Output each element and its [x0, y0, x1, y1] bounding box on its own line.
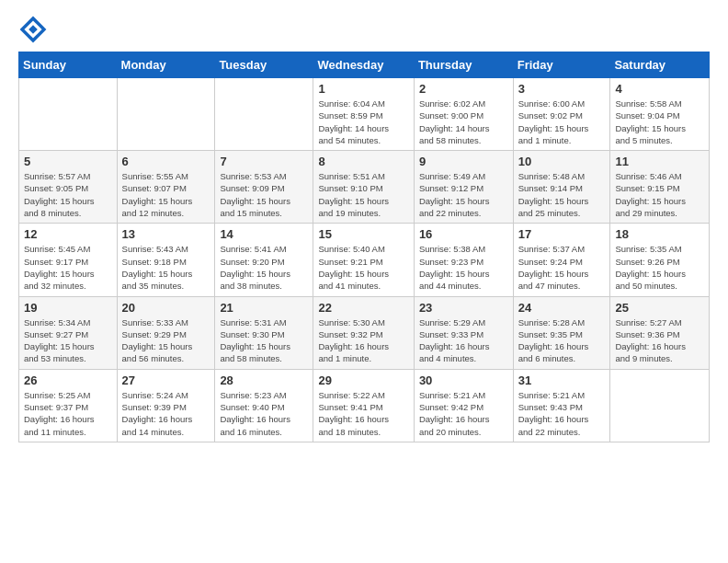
weekday-header-row: SundayMondayTuesdayWednesdayThursdayFrid… [19, 52, 710, 78]
day-info: Sunrise: 5:33 AM Sunset: 9:29 PM Dayligh… [122, 316, 210, 365]
day-cell: 29Sunrise: 5:22 AM Sunset: 9:41 PM Dayli… [313, 369, 414, 442]
week-row-1: 1Sunrise: 6:04 AM Sunset: 8:59 PM Daylig… [19, 78, 710, 151]
day-number: 8 [318, 155, 408, 168]
day-cell: 21Sunrise: 5:31 AM Sunset: 9:30 PM Dayli… [215, 296, 313, 369]
day-cell: 8Sunrise: 5:51 AM Sunset: 9:10 PM Daylig… [313, 151, 414, 224]
day-cell: 14Sunrise: 5:41 AM Sunset: 9:20 PM Dayli… [215, 224, 313, 296]
day-cell: 16Sunrise: 5:38 AM Sunset: 9:23 PM Dayli… [414, 224, 513, 296]
day-cell: 4Sunrise: 5:58 AM Sunset: 9:04 PM Daylig… [610, 78, 710, 151]
day-cell: 7Sunrise: 5:53 AM Sunset: 9:09 PM Daylig… [215, 151, 313, 224]
header [18, 15, 710, 44]
day-cell: 6Sunrise: 5:55 AM Sunset: 9:07 PM Daylig… [117, 151, 215, 224]
day-info: Sunrise: 5:21 AM Sunset: 9:43 PM Dayligh… [518, 389, 606, 438]
day-cell: 12Sunrise: 5:45 AM Sunset: 9:17 PM Dayli… [19, 224, 118, 296]
day-cell: 2Sunrise: 6:02 AM Sunset: 9:00 PM Daylig… [414, 78, 513, 151]
day-info: Sunrise: 6:04 AM Sunset: 8:59 PM Dayligh… [318, 98, 408, 146]
day-cell: 13Sunrise: 5:43 AM Sunset: 9:18 PM Dayli… [117, 224, 215, 296]
logo [18, 15, 51, 44]
day-number: 18 [615, 227, 704, 241]
day-info: Sunrise: 5:37 AM Sunset: 9:24 PM Dayligh… [518, 243, 606, 292]
day-number: 13 [122, 227, 210, 241]
day-number: 31 [518, 373, 606, 387]
day-cell: 24Sunrise: 5:28 AM Sunset: 9:35 PM Dayli… [513, 296, 610, 369]
day-info: Sunrise: 5:23 AM Sunset: 9:40 PM Dayligh… [220, 389, 308, 438]
logo-icon [18, 15, 48, 44]
day-info: Sunrise: 5:58 AM Sunset: 9:04 PM Dayligh… [615, 98, 704, 146]
day-cell: 30Sunrise: 5:21 AM Sunset: 9:42 PM Dayli… [414, 369, 513, 442]
day-cell: 28Sunrise: 5:23 AM Sunset: 9:40 PM Dayli… [215, 369, 313, 442]
day-cell: 1Sunrise: 6:04 AM Sunset: 8:59 PM Daylig… [313, 78, 414, 151]
day-info: Sunrise: 5:25 AM Sunset: 9:37 PM Dayligh… [24, 389, 112, 438]
day-number: 23 [419, 301, 508, 315]
day-cell: 10Sunrise: 5:48 AM Sunset: 9:14 PM Dayli… [513, 151, 610, 224]
day-info: Sunrise: 5:51 AM Sunset: 9:10 PM Dayligh… [318, 170, 408, 219]
day-info: Sunrise: 5:55 AM Sunset: 9:07 PM Dayligh… [122, 170, 210, 219]
day-number: 1 [318, 82, 408, 96]
day-info: Sunrise: 6:02 AM Sunset: 9:00 PM Dayligh… [419, 98, 508, 146]
day-cell: 23Sunrise: 5:29 AM Sunset: 9:33 PM Dayli… [414, 296, 513, 369]
calendar-table: SundayMondayTuesdayWednesdayThursdayFrid… [18, 52, 710, 442]
day-cell: 25Sunrise: 5:27 AM Sunset: 9:36 PM Dayli… [610, 296, 710, 369]
day-info: Sunrise: 5:35 AM Sunset: 9:26 PM Dayligh… [615, 243, 704, 292]
day-number: 11 [615, 155, 704, 168]
day-number: 16 [419, 227, 508, 241]
day-info: Sunrise: 5:57 AM Sunset: 9:05 PM Dayligh… [24, 170, 112, 219]
day-cell: 5Sunrise: 5:57 AM Sunset: 9:05 PM Daylig… [19, 151, 118, 224]
day-number: 3 [518, 82, 606, 96]
day-cell: 20Sunrise: 5:33 AM Sunset: 9:29 PM Dayli… [117, 296, 215, 369]
day-number: 20 [122, 301, 210, 315]
day-info: Sunrise: 5:29 AM Sunset: 9:33 PM Dayligh… [419, 316, 508, 365]
day-cell: 26Sunrise: 5:25 AM Sunset: 9:37 PM Dayli… [19, 369, 118, 442]
day-number: 29 [318, 373, 408, 387]
day-info: Sunrise: 5:46 AM Sunset: 9:15 PM Dayligh… [615, 170, 704, 219]
week-row-5: 26Sunrise: 5:25 AM Sunset: 9:37 PM Dayli… [19, 369, 710, 442]
weekday-header-tuesday: Tuesday [215, 52, 313, 78]
day-info: Sunrise: 5:38 AM Sunset: 9:23 PM Dayligh… [419, 243, 508, 292]
week-row-2: 5Sunrise: 5:57 AM Sunset: 9:05 PM Daylig… [19, 151, 710, 224]
page-container: SundayMondayTuesdayWednesdayThursdayFrid… [0, 0, 728, 457]
week-row-3: 12Sunrise: 5:45 AM Sunset: 9:17 PM Dayli… [19, 224, 710, 296]
week-row-4: 19Sunrise: 5:34 AM Sunset: 9:27 PM Dayli… [19, 296, 710, 369]
day-info: Sunrise: 5:45 AM Sunset: 9:17 PM Dayligh… [24, 243, 112, 292]
day-number: 2 [419, 82, 508, 96]
day-number: 6 [122, 155, 210, 168]
day-number: 12 [24, 227, 112, 241]
day-number: 4 [615, 82, 704, 96]
day-cell [117, 78, 215, 151]
day-number: 30 [419, 373, 508, 387]
day-cell: 9Sunrise: 5:49 AM Sunset: 9:12 PM Daylig… [414, 151, 513, 224]
day-cell: 31Sunrise: 5:21 AM Sunset: 9:43 PM Dayli… [513, 369, 610, 442]
day-cell: 3Sunrise: 6:00 AM Sunset: 9:02 PM Daylig… [513, 78, 610, 151]
weekday-header-saturday: Saturday [610, 52, 710, 78]
day-info: Sunrise: 5:49 AM Sunset: 9:12 PM Dayligh… [419, 170, 508, 219]
day-number: 15 [318, 227, 408, 241]
day-cell [215, 78, 313, 151]
day-number: 17 [518, 227, 606, 241]
day-number: 22 [318, 301, 408, 315]
weekday-header-sunday: Sunday [19, 52, 118, 78]
day-info: Sunrise: 5:43 AM Sunset: 9:18 PM Dayligh… [122, 243, 210, 292]
day-info: Sunrise: 5:28 AM Sunset: 9:35 PM Dayligh… [518, 316, 606, 365]
day-cell [19, 78, 118, 151]
weekday-header-friday: Friday [513, 52, 610, 78]
day-number: 28 [220, 373, 308, 387]
day-number: 26 [24, 373, 112, 387]
day-info: Sunrise: 5:31 AM Sunset: 9:30 PM Dayligh… [220, 316, 308, 365]
day-info: Sunrise: 5:40 AM Sunset: 9:21 PM Dayligh… [318, 243, 408, 292]
day-info: Sunrise: 5:22 AM Sunset: 9:41 PM Dayligh… [318, 389, 408, 438]
day-cell: 19Sunrise: 5:34 AM Sunset: 9:27 PM Dayli… [19, 296, 118, 369]
day-cell: 18Sunrise: 5:35 AM Sunset: 9:26 PM Dayli… [610, 224, 710, 296]
day-number: 24 [518, 301, 606, 315]
day-info: Sunrise: 5:41 AM Sunset: 9:20 PM Dayligh… [220, 243, 308, 292]
weekday-header-monday: Monday [117, 52, 215, 78]
day-cell: 27Sunrise: 5:24 AM Sunset: 9:39 PM Dayli… [117, 369, 215, 442]
day-cell: 11Sunrise: 5:46 AM Sunset: 9:15 PM Dayli… [610, 151, 710, 224]
day-info: Sunrise: 5:27 AM Sunset: 9:36 PM Dayligh… [615, 316, 704, 365]
day-info: Sunrise: 5:48 AM Sunset: 9:14 PM Dayligh… [518, 170, 606, 219]
weekday-header-thursday: Thursday [414, 52, 513, 78]
day-number: 27 [122, 373, 210, 387]
day-number: 10 [518, 155, 606, 168]
day-info: Sunrise: 5:24 AM Sunset: 9:39 PM Dayligh… [122, 389, 210, 438]
day-cell [610, 369, 710, 442]
day-cell: 22Sunrise: 5:30 AM Sunset: 9:32 PM Dayli… [313, 296, 414, 369]
